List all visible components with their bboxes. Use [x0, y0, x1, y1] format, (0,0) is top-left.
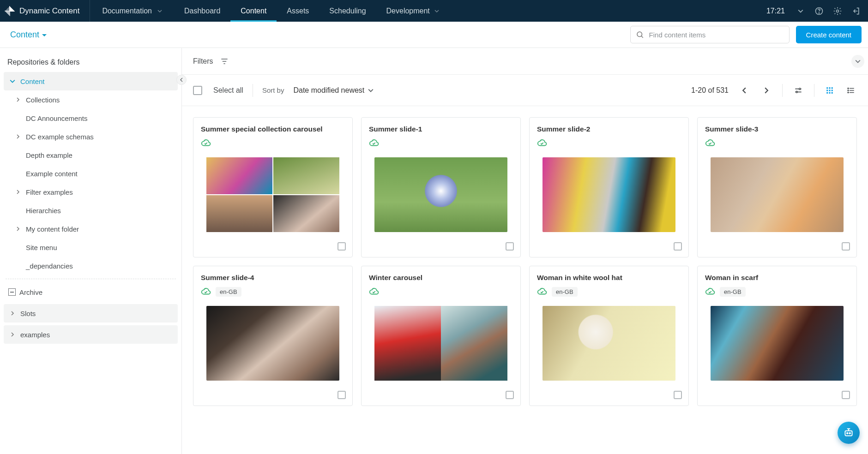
locale-badge: en-GB — [552, 287, 578, 297]
tree-archive[interactable]: Archive — [4, 283, 178, 301]
help-icon[interactable] — [814, 6, 825, 17]
tree-item-label: DC example schemas — [26, 133, 94, 141]
content-card[interactable]: Summer slide-1 — [361, 117, 521, 257]
nav-item-development[interactable]: Development — [376, 0, 449, 22]
svg-rect-12 — [826, 92, 828, 93]
svg-rect-7 — [829, 87, 831, 89]
nav-item-label: Scheduling — [329, 7, 366, 15]
logout-icon[interactable] — [850, 6, 862, 17]
filters-bar: Filters — [182, 48, 868, 75]
tree-repo[interactable]: examples — [4, 325, 178, 344]
tree-root-content[interactable]: Content — [4, 72, 178, 90]
svg-point-19 — [847, 433, 848, 434]
prev-page-button[interactable] — [738, 84, 751, 97]
content-card[interactable]: Winter carousel — [361, 266, 521, 406]
card-checkbox[interactable] — [506, 242, 514, 251]
nav-item-dashboard[interactable]: Dashboard — [174, 0, 230, 22]
sort-selector[interactable]: Date modified newest — [293, 86, 374, 95]
content-card[interactable]: Summer slide-4en-GB — [193, 266, 353, 406]
tree-item[interactable]: Hierarchies — [4, 201, 178, 220]
filter-icon[interactable] — [220, 57, 229, 66]
content-card[interactable]: Summer slide-2 — [529, 117, 689, 257]
card-checkbox[interactable] — [506, 391, 514, 399]
content-card[interactable]: Woman in white wool haten-GB — [529, 266, 689, 406]
brand-name: Dynamic Content — [19, 6, 79, 16]
divider — [782, 84, 783, 97]
tree-item[interactable]: Collections — [4, 90, 178, 109]
card-checkbox[interactable] — [842, 242, 850, 251]
tree-item[interactable]: Site menu — [4, 238, 178, 257]
tree-repo[interactable]: Slots — [4, 304, 178, 323]
tree-repo-label: examples — [20, 331, 50, 339]
filters-label: Filters — [193, 57, 213, 66]
svg-point-3 — [637, 32, 642, 37]
card-checkbox[interactable] — [338, 242, 346, 251]
chevron-right-icon — [14, 97, 22, 102]
search-input[interactable] — [630, 26, 790, 43]
tree-item-label: My content folder — [26, 225, 79, 233]
assistant-fab[interactable] — [838, 422, 860, 444]
section-title: Content — [10, 30, 39, 40]
pagination-text: 1-20 of 531 — [691, 86, 729, 95]
caret-down-icon[interactable] — [795, 6, 806, 17]
list-view-button[interactable] — [845, 84, 857, 96]
search-icon — [636, 30, 644, 39]
sidebar-title: Repositories & folders — [0, 48, 181, 72]
nav-documentation[interactable]: Documentation — [90, 0, 174, 22]
select-all-label: Select all — [211, 86, 243, 95]
tree-item[interactable]: DC example schemas — [4, 127, 178, 146]
caret-down-icon — [434, 9, 439, 13]
svg-rect-11 — [832, 90, 833, 91]
tree-item-label: Hierarchies — [26, 207, 61, 215]
search-field — [630, 26, 790, 43]
tree-archive-label: Archive — [19, 288, 42, 296]
tree-item[interactable]: My content folder — [4, 220, 178, 238]
svg-point-20 — [849, 433, 850, 434]
card-checkbox[interactable] — [674, 242, 682, 251]
sort-by-label: Sort by — [262, 86, 284, 94]
tree-item-label: Example content — [26, 170, 78, 178]
tree-item-label: Site menu — [26, 244, 57, 251]
sidebar-collapse-button[interactable] — [176, 75, 187, 85]
svg-point-15 — [848, 88, 849, 89]
svg-rect-10 — [829, 90, 831, 91]
nav-item-scheduling[interactable]: Scheduling — [319, 0, 376, 22]
card-title: Summer slide-3 — [705, 125, 849, 133]
card-thumbnail — [206, 157, 339, 232]
panel-expand-button[interactable] — [851, 55, 864, 68]
gear-icon[interactable] — [832, 6, 843, 17]
tree-item[interactable]: _dependancies — [4, 257, 178, 275]
section-selector[interactable]: Content — [10, 30, 47, 40]
card-title: Summer slide-4 — [201, 274, 345, 282]
nav-item-assets[interactable]: Assets — [277, 0, 319, 22]
nav-item-content[interactable]: Content — [230, 0, 277, 22]
card-checkbox[interactable] — [842, 391, 850, 399]
divider — [814, 84, 814, 97]
tree-item[interactable]: Example content — [4, 164, 178, 183]
nav-item-label: Content — [241, 7, 266, 15]
main-nav: DashboardContentAssetsSchedulingDevelopm… — [174, 0, 449, 22]
tree-item[interactable]: DC Announcements — [4, 109, 178, 127]
card-checkbox[interactable] — [674, 391, 682, 399]
content-card[interactable]: Woman in scarfen-GB — [697, 266, 857, 406]
select-all-checkbox[interactable] — [193, 86, 202, 95]
card-checkbox[interactable] — [338, 391, 346, 399]
content-card[interactable]: Summer special collection carousel — [193, 117, 353, 257]
cloud-published-icon — [537, 287, 547, 297]
cloud-published-icon — [201, 138, 211, 148]
content-card[interactable]: Summer slide-3 — [697, 117, 857, 257]
grid-view-button[interactable] — [824, 84, 836, 96]
svg-point-4 — [799, 88, 801, 90]
settings-sliders-button[interactable] — [792, 84, 805, 97]
tree-item[interactable]: Depth example — [4, 146, 178, 164]
tree-item-label: Filter examples — [26, 188, 73, 196]
content-grid: Summer special collection carouselSummer… — [182, 106, 868, 417]
caret-down-icon — [368, 88, 374, 93]
clock-time: 17:21 — [766, 7, 785, 15]
tree-item[interactable]: Filter examples — [4, 183, 178, 201]
svg-rect-9 — [826, 90, 828, 91]
brand[interactable]: Dynamic Content — [0, 0, 90, 22]
cloud-published-icon — [705, 138, 715, 148]
create-content-button[interactable]: Create content — [796, 26, 862, 43]
next-page-button[interactable] — [760, 84, 773, 97]
